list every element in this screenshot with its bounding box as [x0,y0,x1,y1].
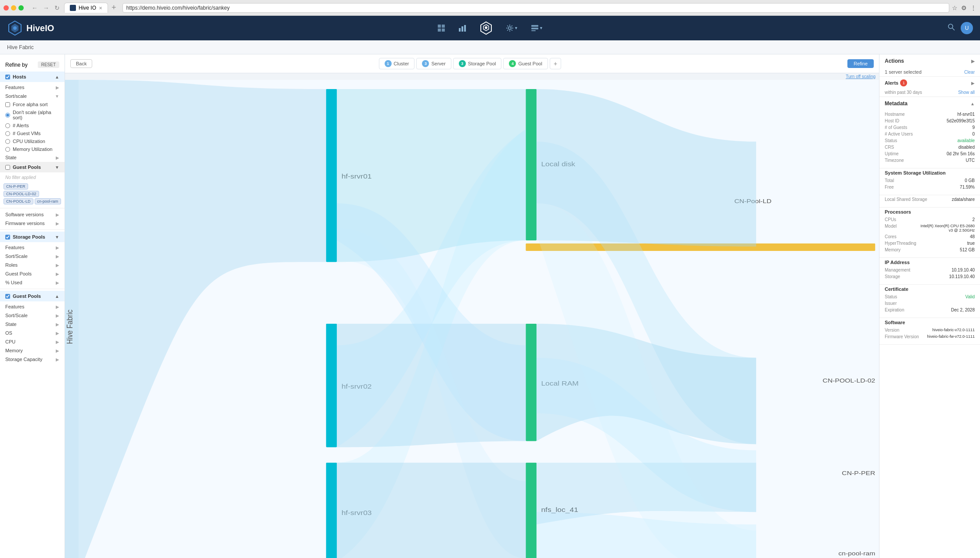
guest-pools-top-arrow-icon: ▼ [55,165,59,170]
minimize-dot[interactable] [11,5,16,11]
storage-pools-checkbox[interactable] [5,235,10,240]
actions-section-header[interactable]: Actions ▶ [879,54,980,68]
gp-features-item[interactable]: Features ▶ [0,302,65,311]
view-mode-button[interactable]: ▼ [529,22,545,34]
memory-util-radio-item: Memory Utilization [0,145,65,153]
storage-total-row: Total 0 GB [885,178,975,183]
search-button[interactable] [948,23,955,33]
management-ip-row: Management 10.19.10.40 [885,268,975,272]
filter-tag-cn-pool-ld[interactable]: CN-POOL-LD [4,198,33,204]
cert-status-row: Status Valid [885,294,975,299]
chart-view-button[interactable] [456,22,468,34]
browser-tab[interactable]: Hive IO ✕ [64,3,108,13]
sp-sort-scale-arrow-icon: ▶ [56,254,59,259]
sort-scale-item[interactable]: Sort/scale ▼ [0,92,65,100]
fw-version-row: Firmware Version hiveio-fabric-fw-v72.0-… [885,334,975,339]
sp-guest-pools-item[interactable]: Guest Pools ▶ [0,269,65,278]
show-all-link[interactable]: Show all [958,90,975,95]
guest-vms-radio[interactable] [5,131,10,136]
guest-pools-section-checkbox[interactable] [5,294,10,299]
center-content: Back 1 Cluster 3 Server 3 Storage Pool 4… [65,54,879,558]
alerts-section-arrow-icon: ▶ [971,81,975,86]
alerts-section: Alerts 1 ▶ within past 30 days Show all [879,77,980,97]
filter-tag-cn-pool-ram[interactable]: cn-pool-ram [35,198,61,204]
cluster-tab[interactable]: 1 Cluster [379,58,415,69]
sp-features-item[interactable]: Features ▶ [0,243,65,252]
processors-body: Processors CPUs 2 Model Intel(R) Xeon(R)… [879,207,980,258]
state-item[interactable]: State ▶ [0,153,65,162]
gp-cpu-item[interactable]: CPU ▶ [0,337,65,346]
refresh-button[interactable]: ↻ [53,4,61,12]
active-users-row: # Active Users 0 [885,132,975,136]
guest-pools-section-header[interactable]: Guest Pools ▲ [0,291,65,301]
forward-browser-button[interactable]: → [41,4,51,12]
storage-pools-header[interactable]: Storage Pools ▼ [0,232,65,242]
filter-tag-cn-p-per[interactable]: CN-P-PER [4,183,28,190]
guest-pools-top-header[interactable]: Guest Pools ▼ [0,162,65,172]
metadata-section: Metadata ▲ Hostname hf-srvr01 Host ID 5d… [879,97,980,168]
clear-button[interactable]: Clear [964,70,975,75]
metadata-section-header[interactable]: Metadata ▲ [879,97,980,110]
dont-scale-item: Don't scale (alpha sort) [0,108,65,122]
menu-button[interactable]: ⋮ [970,4,976,11]
filter-tag-cn-pool-ld-02[interactable]: CN-POOL-LD-02 [4,191,39,197]
logo-icon [7,20,23,36]
svg-text:Hive Fabric: Hive Fabric [65,310,75,344]
turn-off-scaling-link[interactable]: Turn off scaling [846,74,876,79]
alerts-header-row: Alerts 1 ▶ [879,77,980,89]
sp-roles-item[interactable]: Roles ▶ [0,261,65,269]
firmware-versions-item[interactable]: Firmware versions ▶ [0,219,65,228]
main-layout: Refine by RESET Hosts ▲ Features ▶ Sort/… [0,54,980,558]
software-versions-item[interactable]: Software versions ▶ [0,210,65,219]
gp-features-arrow-icon: ▶ [56,304,59,309]
address-bar[interactable] [122,3,949,13]
hosts-section-header[interactable]: Hosts ▲ [0,72,65,82]
features-item[interactable]: Features ▶ [0,83,65,92]
sp-sort-scale-item[interactable]: Sort/Scale ▶ [0,252,65,261]
maximize-dot[interactable] [18,5,24,11]
grid-view-button[interactable] [435,22,447,34]
hosts-checkbox[interactable] [5,75,10,79]
new-tab-button[interactable]: + [112,3,116,12]
extensions-button[interactable]: ⚙ [961,4,967,11]
bookmark-button[interactable]: ☆ [952,4,958,11]
gp-storage-capacity-item[interactable]: Storage Capacity ▶ [0,355,65,364]
storage-pool-tab[interactable]: 3 Storage Pool [453,58,502,69]
svg-point-13 [508,27,511,29]
server-tab[interactable]: 3 Server [416,58,451,69]
storage-ip-row: Storage 10.119.10.40 [885,274,975,279]
svg-rect-28 [526,89,536,240]
settings-button[interactable]: ▼ [504,22,520,34]
close-dot[interactable] [4,5,9,11]
avatar[interactable]: U [961,22,973,34]
hex-view-button[interactable] [477,19,495,37]
sp-used-item[interactable]: % Used ▶ [0,278,65,287]
gp-sort-scale-item[interactable]: Sort/Scale ▶ [0,311,65,320]
cores-row: Cores 48 [885,234,975,239]
svg-rect-14 [531,25,538,27]
reset-button[interactable]: RESET [38,61,59,68]
gp-os-item[interactable]: OS ▶ [0,329,65,337]
alerts-radio[interactable] [5,123,10,128]
browser-chrome: ← → ↻ Hive IO ✕ + ☆ ⚙ ⋮ [0,0,980,16]
sp-features-arrow-icon: ▶ [56,245,59,250]
gp-state-item[interactable]: State ▶ [0,320,65,329]
cpu-util-radio[interactable] [5,139,10,144]
back-browser-button[interactable]: ← [30,4,40,12]
gp-memory-item[interactable]: Memory ▶ [0,346,65,355]
back-button[interactable]: Back [70,59,92,68]
add-tab-button[interactable]: + [550,58,561,69]
metadata-body: Hostname hf-srvr01 Host ID 5d2e099e3f15 … [879,110,980,168]
refine-button[interactable]: Refine [847,59,874,68]
processors-section: Processors CPUs 2 Model Intel(R) Xeon(R)… [879,207,980,258]
guest-pools-top-checkbox[interactable] [5,165,10,170]
guest-pool-tab[interactable]: 4 Guest Pool [503,58,548,69]
dont-scale-radio[interactable] [5,113,10,118]
system-storage-title: System Storage Utilization [885,170,975,175]
memory-util-radio[interactable] [5,147,10,152]
tab-close-icon[interactable]: ✕ [99,6,102,11]
force-alpha-sort-checkbox[interactable] [5,102,10,107]
tab-title: Hive IO [79,5,96,11]
ip-address-section: IP Address Management 10.19.10.40 Storag… [879,258,980,285]
divider-1 [0,208,65,208]
